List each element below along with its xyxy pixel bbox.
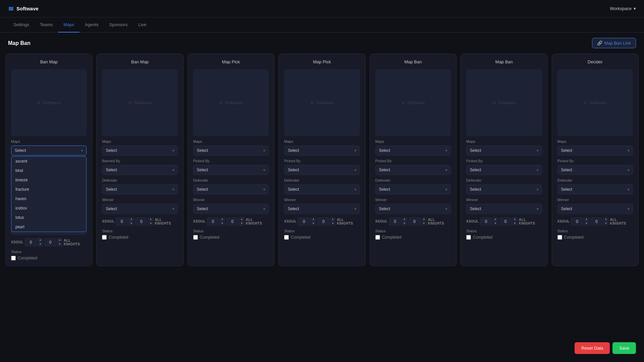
card-7-picked-by-select[interactable]: Select XSOUL ALL KNIGHTS xyxy=(557,165,633,175)
card-2-defender-select[interactable]: Select XSOUL ALL KNIGHTS xyxy=(102,184,177,194)
card-4-winner-select[interactable]: Select XSOUL ALL KNIGHTS xyxy=(284,204,360,214)
card-3-completed-checkbox[interactable] xyxy=(193,235,198,240)
card-3-map-preview: ≋ Softwave xyxy=(193,69,269,136)
card-7-score1-down[interactable]: ▼ xyxy=(584,222,589,226)
nav-item-settings[interactable]: Settings xyxy=(8,17,35,33)
card-7-winner-select[interactable]: Select XSOUL ALL KNIGHTS xyxy=(557,204,633,214)
map-preview-logo-1: ≋ Softwave xyxy=(37,100,60,105)
card-2-maps-select[interactable]: Select ascent bind breeze fracture haven… xyxy=(102,145,177,156)
card-6-completed-checkbox[interactable] xyxy=(466,235,471,240)
card-7-score2-input[interactable] xyxy=(590,218,602,226)
card-7-defender-select[interactable]: Select XSOUL ALL KNIGHTS xyxy=(557,184,633,194)
card-4-maps-select[interactable]: Select ascent bind breeze fracture haven… xyxy=(284,145,360,156)
card-2-winner-select[interactable]: Select XSOUL ALL KNIGHTS xyxy=(102,204,177,214)
card-2-banned-by-select[interactable]: Select XSOUL ALL KNIGHTS xyxy=(102,165,177,175)
dropdown-item-ascent[interactable]: ascent xyxy=(11,157,86,166)
card-3-score2-up[interactable]: ▲ xyxy=(239,217,245,221)
card-6-defender-select[interactable]: Select XSOUL ALL KNIGHTS xyxy=(466,184,542,194)
card-5-status-row: Completed xyxy=(375,235,451,240)
card-4-score1-up[interactable]: ▲ xyxy=(311,217,316,221)
card-6-score1-input[interactable] xyxy=(480,218,492,226)
card-2-score1-up[interactable]: ▲ xyxy=(128,217,134,221)
card-5-winner-select[interactable]: Select XSOUL ALL KNIGHTS xyxy=(375,204,451,214)
card-2-defender-label: Defender xyxy=(102,178,177,182)
card-2-score2-up[interactable]: ▲ xyxy=(148,217,153,221)
dropdown-item-lotus[interactable]: lotus xyxy=(11,213,86,222)
dropdown-item-haven[interactable]: haven xyxy=(11,194,86,203)
nav-item-sponsors[interactable]: Sponsors xyxy=(104,17,133,33)
nav-item-live[interactable]: Live xyxy=(133,17,152,33)
card-6-picked-by-select[interactable]: Select XSOUL ALL KNIGHTS xyxy=(466,165,542,175)
card-7-score2-up[interactable]: ▲ xyxy=(603,217,608,221)
card-7-maps-select[interactable]: Select ascent bind breeze fracture haven… xyxy=(557,145,633,156)
card-1-maps-select[interactable]: Select ascent bind breeze fracture haven… xyxy=(11,145,87,156)
save-button[interactable]: Save xyxy=(612,342,636,354)
card-6-score2-input[interactable] xyxy=(499,218,512,226)
card-3-score1-up[interactable]: ▲ xyxy=(220,217,225,221)
dropdown-item-pearl[interactable]: pearl xyxy=(11,222,86,232)
card-2-score1-down[interactable]: ▼ xyxy=(128,222,134,226)
card-1-score2-down[interactable]: ▼ xyxy=(57,242,62,246)
card-7-score1-up[interactable]: ▲ xyxy=(584,217,589,221)
card-1-score2-input[interactable] xyxy=(44,238,56,246)
card-4-score1-input[interactable] xyxy=(298,218,310,226)
card-1-map-preview: ≋ Softwave xyxy=(11,69,87,136)
card-5-maps-select[interactable]: Select ascent bind breeze fracture haven… xyxy=(375,145,451,156)
card-4-score2-input[interactable] xyxy=(317,218,329,226)
workspace-button[interactable]: Workspace ▾ xyxy=(610,6,636,11)
card-2-completed-checkbox[interactable] xyxy=(102,235,107,240)
card-7-completed-checkbox[interactable] xyxy=(557,235,562,240)
reset-data-button[interactable]: Reset Data xyxy=(575,342,610,354)
dropdown-item-icebox[interactable]: icebox xyxy=(11,203,86,213)
card-3-score1-input[interactable] xyxy=(207,218,219,226)
card-5-score1-input[interactable] xyxy=(389,218,401,226)
card-1-score2-up[interactable]: ▲ xyxy=(57,238,62,242)
card-6-score1-up[interactable]: ▲ xyxy=(493,217,498,221)
card-6-maps-select[interactable]: Select ascent bind breeze fracture haven… xyxy=(466,145,542,156)
card-1-completed-checkbox[interactable] xyxy=(11,256,16,260)
card-6-score2-down[interactable]: ▼ xyxy=(512,222,518,226)
card-1-score1-input[interactable] xyxy=(25,238,37,246)
dropdown-item-bind[interactable]: bind xyxy=(11,166,86,175)
card-5-score1-down[interactable]: ▼ xyxy=(402,222,407,226)
card-2-score2-down[interactable]: ▼ xyxy=(148,222,153,226)
card-3-score2-input[interactable] xyxy=(226,218,238,226)
card-5-completed-checkbox[interactable] xyxy=(375,235,380,240)
card-3-defender-select[interactable]: Select XSOUL ALL KNIGHTS xyxy=(193,184,269,194)
card-3-picked-by-select[interactable]: Select XSOUL ALL KNIGHTS xyxy=(193,165,269,175)
card-5-score1-up[interactable]: ▲ xyxy=(402,217,407,221)
card-6-winner-select[interactable]: Select XSOUL ALL KNIGHTS xyxy=(466,204,542,214)
card-1-score1-down[interactable]: ▼ xyxy=(38,242,43,246)
dropdown-item-fracture[interactable]: fracture xyxy=(11,185,86,194)
card-4-completed-checkbox[interactable] xyxy=(284,235,289,240)
nav-item-agents[interactable]: Agents xyxy=(79,17,104,33)
map-ban-link-button[interactable]: 🔗 Map Ban Link xyxy=(592,38,636,48)
dropdown-item-breeze[interactable]: breeze xyxy=(11,175,86,185)
card-4-score1-down[interactable]: ▼ xyxy=(311,222,316,226)
card-5-winner-wrapper: Select XSOUL ALL KNIGHTS xyxy=(375,204,451,214)
card-7-score1-input[interactable] xyxy=(571,218,583,226)
card-2-score1-input[interactable] xyxy=(116,218,128,226)
card-4-defender-select[interactable]: Select XSOUL ALL KNIGHTS xyxy=(284,184,360,194)
card-3-maps-select[interactable]: Select ascent bind breeze fracture haven… xyxy=(193,145,269,156)
card-3-score1-down[interactable]: ▼ xyxy=(220,222,225,226)
card-7-score2-down[interactable]: ▼ xyxy=(603,222,608,226)
card-4-picked-by-select[interactable]: Select XSOUL ALL KNIGHTS xyxy=(284,165,360,175)
card-2-score2-input[interactable] xyxy=(135,218,147,226)
card-4-status-row: Completed xyxy=(284,235,360,240)
card-5-score2-input[interactable] xyxy=(409,218,421,226)
card-2-winner-wrapper: Select XSOUL ALL KNIGHTS xyxy=(102,204,177,214)
card-4-score2-down[interactable]: ▼ xyxy=(330,222,335,226)
nav-item-maps[interactable]: Maps xyxy=(58,17,79,33)
card-6-score2-up[interactable]: ▲ xyxy=(512,217,518,221)
card-5-score2-up[interactable]: ▲ xyxy=(421,217,427,221)
card-5-defender-select[interactable]: Select XSOUL ALL KNIGHTS xyxy=(375,184,451,194)
nav-item-teams[interactable]: Teams xyxy=(35,17,58,33)
card-4-score2-up[interactable]: ▲ xyxy=(330,217,335,221)
card-1-score1-up[interactable]: ▲ xyxy=(38,238,43,242)
card-5-picked-by-select[interactable]: Select XSOUL ALL KNIGHTS xyxy=(375,165,451,175)
card-6-score1-down[interactable]: ▼ xyxy=(493,222,498,226)
card-3-winner-select[interactable]: Select XSOUL ALL KNIGHTS xyxy=(193,204,269,214)
card-3-score2-down[interactable]: ▼ xyxy=(239,222,245,226)
card-5-score2-down[interactable]: ▼ xyxy=(421,222,427,226)
